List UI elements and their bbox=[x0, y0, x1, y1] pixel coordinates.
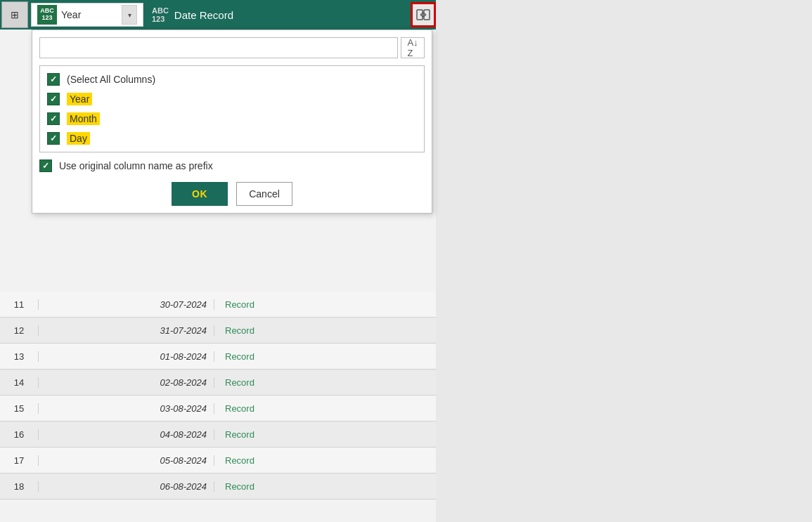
prefix-checkbox[interactable] bbox=[39, 159, 52, 172]
columns-list: (Select All Columns) Year Month Day bbox=[39, 65, 425, 152]
row-date: 01-08-2024 bbox=[39, 351, 214, 362]
row-date: 06-08-2024 bbox=[39, 481, 214, 492]
table-row: 11 30-07-2024 Record bbox=[0, 292, 436, 318]
column-year-checkbox[interactable] bbox=[47, 93, 60, 105]
split-column-button[interactable] bbox=[411, 2, 436, 27]
split-column-dialog: A↓Z (Select All Columns) Year Month Day … bbox=[32, 30, 432, 214]
column-month-item[interactable]: Month bbox=[47, 112, 417, 125]
table-icon[interactable]: ⊞ bbox=[1, 1, 28, 28]
cancel-button[interactable]: Cancel bbox=[236, 182, 292, 206]
row-number: 18 bbox=[0, 481, 39, 492]
row-record: Record bbox=[214, 299, 299, 310]
column-month-label: Month bbox=[67, 112, 100, 125]
select-all-label: (Select All Columns) bbox=[67, 74, 155, 85]
date-record-header: ABC123 Date Record bbox=[143, 1, 408, 28]
data-table: 11 30-07-2024 Record 12 31-07-2024 Recor… bbox=[0, 292, 436, 500]
row-record: Record bbox=[214, 481, 299, 492]
ok-button[interactable]: OK bbox=[172, 182, 228, 206]
right-blank-area bbox=[436, 0, 812, 522]
svg-rect-0 bbox=[417, 10, 423, 20]
row-record: Record bbox=[214, 455, 299, 466]
row-number: 13 bbox=[0, 351, 39, 362]
row-date: 31-07-2024 bbox=[39, 325, 214, 336]
sort-button[interactable]: A↓Z bbox=[401, 37, 425, 58]
year-type-icon: ABC123 bbox=[37, 5, 57, 25]
row-date: 30-07-2024 bbox=[39, 299, 214, 310]
row-record: Record bbox=[214, 325, 299, 336]
sort-icon: A↓Z bbox=[407, 37, 418, 58]
table-row: 15 03-08-2024 Record bbox=[0, 396, 436, 422]
row-date: 04-08-2024 bbox=[39, 429, 214, 440]
row-number: 16 bbox=[0, 429, 39, 440]
search-row: A↓Z bbox=[39, 37, 425, 58]
table-row: 17 05-08-2024 Record bbox=[0, 448, 436, 474]
table-row: 18 06-08-2024 Record bbox=[0, 474, 436, 500]
select-all-item[interactable]: (Select All Columns) bbox=[47, 73, 417, 86]
year-dropdown-arrow[interactable]: ▾ bbox=[122, 5, 137, 25]
column-year-item[interactable]: Year bbox=[47, 93, 417, 105]
select-all-checkbox[interactable] bbox=[47, 73, 60, 86]
row-number: 17 bbox=[0, 455, 39, 466]
row-number: 11 bbox=[0, 299, 39, 310]
column-day-checkbox[interactable] bbox=[47, 132, 60, 145]
column-month-checkbox[interactable] bbox=[47, 112, 60, 125]
row-date: 05-08-2024 bbox=[39, 455, 214, 466]
prefix-label: Use original column name as prefix bbox=[59, 160, 213, 171]
prefix-row: Use original column name as prefix bbox=[39, 159, 425, 172]
column-day-item[interactable]: Day bbox=[47, 132, 417, 145]
row-number: 15 bbox=[0, 403, 39, 414]
column-day-label: Day bbox=[67, 132, 90, 145]
row-date: 03-08-2024 bbox=[39, 403, 214, 414]
row-date: 02-08-2024 bbox=[39, 377, 214, 388]
date-record-title: Date Record bbox=[174, 9, 233, 21]
column-year-label: Year bbox=[67, 93, 92, 105]
search-input[interactable] bbox=[39, 37, 398, 58]
split-icon bbox=[416, 8, 430, 21]
row-number: 12 bbox=[0, 325, 39, 336]
year-label: Year bbox=[61, 9, 119, 20]
year-section: ABC123 Year ▾ bbox=[31, 3, 143, 27]
row-record: Record bbox=[214, 351, 299, 362]
row-record: Record bbox=[214, 403, 299, 414]
table-row: 12 31-07-2024 Record bbox=[0, 318, 436, 344]
row-number: 14 bbox=[0, 377, 39, 388]
svg-rect-1 bbox=[424, 10, 430, 20]
abc-icon: ABC123 bbox=[152, 6, 169, 23]
header-bar: ⊞ ABC123 Year ▾ ABC123 Date Record bbox=[0, 0, 436, 30]
row-record: Record bbox=[214, 429, 299, 440]
table-row: 13 01-08-2024 Record bbox=[0, 344, 436, 370]
table-row: 14 02-08-2024 Record bbox=[0, 370, 436, 396]
table-row: 16 04-08-2024 Record bbox=[0, 422, 436, 448]
dialog-buttons: OK Cancel bbox=[39, 182, 425, 206]
row-record: Record bbox=[214, 377, 299, 388]
